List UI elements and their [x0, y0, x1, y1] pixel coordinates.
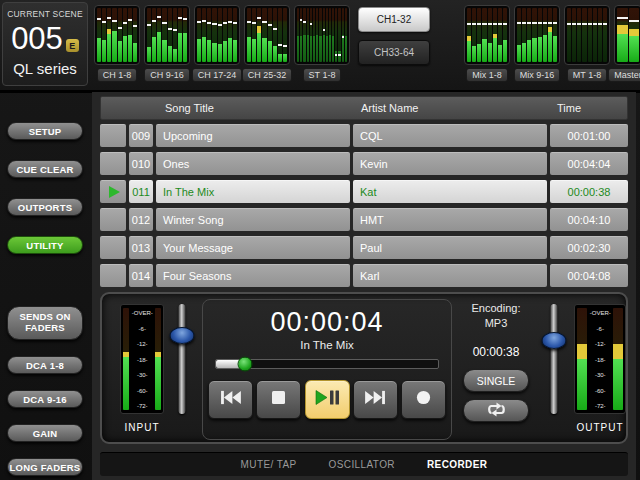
song-number: 014: [129, 264, 153, 287]
sidebar-button-utility[interactable]: UTILITY: [7, 236, 83, 254]
meter-peak-hold: [567, 23, 571, 25]
output-fader[interactable]: [542, 302, 566, 416]
meter-bar-fill: [128, 35, 132, 62]
sidebar-button-outports[interactable]: OUTPORTS: [7, 198, 83, 216]
meter-bar-fill: [307, 35, 309, 62]
input-meter: -OVER--6--12--18--30--60--72-: [120, 304, 164, 414]
meter-bar-fill: [233, 40, 237, 62]
progress-bar[interactable]: [215, 359, 439, 369]
sidebar-button-setup[interactable]: SETUP: [7, 122, 83, 140]
output-fader-knob[interactable]: [542, 332, 567, 349]
recorder-player-panel: -OVER--6--12--18--30--60--72- INPUT 00:0…: [100, 292, 628, 444]
meter-bar: [329, 8, 331, 62]
input-label: INPUT: [110, 422, 174, 433]
meter-peak-hold: [112, 20, 116, 22]
layer-button-ch1-32[interactable]: CH1-32: [358, 7, 430, 32]
song-row-009[interactable]: 009UpcomingCQL00:01:00: [100, 124, 628, 147]
meter-bar-fill: [323, 35, 325, 62]
sidebar-button-sends-on-faders[interactable]: SENDS ON FADERS: [7, 306, 83, 340]
stop-button[interactable]: [256, 380, 301, 419]
meter-bar: [603, 8, 607, 62]
meter-bar: [338, 8, 340, 62]
song-time: 00:01:00: [550, 124, 628, 147]
play-indicator-cell: [100, 180, 126, 203]
scene-number-row: 005 E: [3, 20, 87, 56]
meter-display-ch-9-16: [144, 5, 190, 65]
sidebar-button-gain[interactable]: GAIN: [7, 424, 83, 442]
song-title: Four Seasons: [156, 264, 350, 287]
meter-scale-mark: -72-: [589, 402, 610, 408]
song-row-012[interactable]: 012Winter SongHMT00:04:10: [100, 208, 628, 231]
next-track-button[interactable]: [353, 380, 398, 419]
song-row-013[interactable]: 013Your MessagePaul00:02:30: [100, 236, 628, 259]
tab-recorder[interactable]: RECORDER: [427, 459, 487, 470]
meter-peak-hold: [548, 22, 552, 24]
meter-peak-hold: [262, 21, 266, 23]
meter-peak-hold: [268, 24, 272, 26]
meter-peak-hold: [233, 22, 237, 24]
meter-bar: [567, 8, 571, 62]
meter-group-label-ch-17-24: CH 17-24: [192, 68, 243, 82]
song-number: 012: [129, 208, 153, 231]
meter-display-st-1-8: [294, 5, 350, 65]
artist-name: CQL: [353, 124, 547, 147]
song-row-014[interactable]: 014Four SeasonsKarl00:04:08: [100, 264, 628, 287]
meter-group-mix-9-16: Mix 9-16: [514, 5, 560, 82]
meter-scale-mark: -30-: [131, 371, 152, 377]
meter-bar: [273, 8, 277, 62]
artist-name: Karl: [353, 264, 547, 287]
meter-peak-hold: [472, 23, 476, 25]
meter-scale-mark: -60-: [589, 387, 610, 393]
previous-track-button[interactable]: [208, 380, 253, 419]
input-fader[interactable]: [170, 302, 194, 416]
meter-peak-hold: [157, 16, 161, 18]
encoding-label: Encoding:: [458, 302, 534, 314]
meter-bar-fill: [278, 54, 282, 62]
meter-peak-hold: [629, 20, 640, 22]
meter-bar-fill: [157, 32, 161, 62]
current-scene-label: CURRENT SCENE: [3, 9, 87, 19]
meter-bar: [532, 8, 536, 62]
meter-group-ch-9-16: CH 9-16: [144, 5, 190, 82]
sidebar-button-dca-9-16[interactable]: DCA 9-16: [7, 390, 83, 408]
meter-peak-hold: [572, 23, 576, 25]
meter-peak-hold: [498, 23, 502, 25]
bottom-tab-bar: MUTE/ TAPOSCILLATORRECORDER: [100, 452, 628, 476]
progress-handle[interactable]: [237, 357, 252, 372]
song-row-011[interactable]: 011In The MixKat00:00:38: [100, 180, 628, 203]
meter-group-label-st-1-8: ST 1-8: [303, 68, 342, 82]
sidebar-button-long-faders[interactable]: LONG FADERS: [7, 458, 83, 476]
layer-button-ch33-64[interactable]: CH33-64: [358, 40, 430, 65]
sidebar-button-cue-clear[interactable]: CUE CLEAR: [7, 160, 83, 178]
meter-bar: [107, 8, 111, 62]
sidebar-button-dca-1-8[interactable]: DCA 1-8: [7, 356, 83, 374]
meter-bar: [212, 8, 216, 62]
tab-mute-tap[interactable]: MUTE/ TAP: [241, 459, 297, 470]
song-row-010[interactable]: 010OnesKevin00:04:04: [100, 152, 628, 175]
meter-group-label-ch-25-32: CH 25-32: [242, 68, 293, 82]
meter-bar: [197, 8, 201, 62]
record-button[interactable]: [401, 380, 446, 419]
current-scene-panel[interactable]: CURRENT SCENE 005 E QL series: [2, 2, 88, 86]
meter-bar-fill: [273, 46, 277, 62]
meter-bar: [582, 8, 586, 62]
input-fader-knob[interactable]: [170, 327, 195, 344]
meter-peak-hold: [543, 22, 547, 24]
meter-bar: [482, 8, 486, 62]
tab-oscillator[interactable]: OSCILLATOR: [329, 459, 395, 470]
meter-bar-fill: [548, 32, 552, 62]
meter-bar: [543, 8, 547, 62]
meter-bar: [517, 8, 521, 62]
meter-peak-hold: [273, 28, 277, 30]
play-pause-button[interactable]: [305, 380, 350, 419]
repeat-button[interactable]: [463, 399, 529, 422]
meter-bar-fill: [183, 33, 187, 62]
meter-bar-fill: [218, 44, 222, 62]
meter-bar: [123, 8, 127, 62]
output-meter: -OVER--6--12--18--30--60--72-: [574, 304, 626, 414]
meter-scale-mark: -6-: [589, 325, 610, 331]
meter-peak-hold: [617, 17, 628, 19]
meter-bar-fill: [329, 35, 331, 62]
meter-bar-fill: [197, 39, 201, 62]
single-mode-button[interactable]: SINGLE: [463, 369, 529, 392]
